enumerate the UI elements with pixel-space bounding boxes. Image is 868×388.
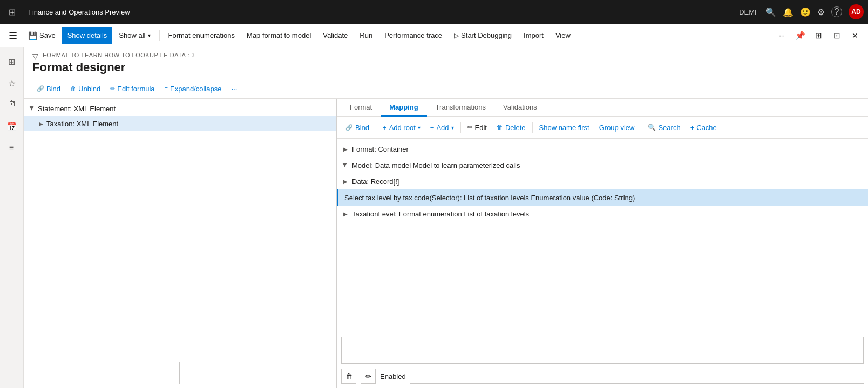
more-toolbar-button[interactable]: ··· — [227, 81, 241, 96]
page-title: Format designer — [32, 60, 859, 74]
bind-button-right[interactable]: 🔗 Bind — [341, 120, 374, 135]
run-button[interactable]: Run — [354, 27, 378, 44]
trash-icon-right: 🗑 — [497, 124, 503, 131]
link-icon-right: 🔗 — [345, 124, 353, 131]
chevron-taxation: ▶ — [37, 119, 45, 128]
face-icon[interactable]: 🙂 — [800, 7, 811, 17]
enabled-label: Enabled — [380, 372, 406, 380]
page-toolbar: 🔗 Bind 🗑 Unbind ✏ Edit formula ≡ Expand/… — [24, 79, 868, 99]
tab-transformations[interactable]: Transformations — [427, 99, 494, 117]
action-bar: ☰ 💾 Save Show details Show all ▾ Format … — [0, 24, 868, 47]
tab-validations[interactable]: Validations — [494, 99, 546, 117]
edit-formula-btn[interactable]: ✏ — [361, 369, 376, 384]
page-area: ▽ FORMAT TO LEARN HOW TO LOOKUP LE DATA … — [24, 47, 868, 388]
chevron-statement: ▶ — [28, 104, 37, 113]
view-button[interactable]: View — [550, 27, 576, 44]
map-format-button[interactable]: Map format to model — [241, 27, 316, 44]
show-name-first-button[interactable]: Show name first — [535, 120, 594, 135]
perf-trace-button[interactable]: Performance trace — [379, 27, 447, 44]
formula-input[interactable] — [341, 337, 864, 364]
show-details-button[interactable]: Show details — [62, 27, 113, 44]
rt-sep2 — [460, 122, 461, 133]
filter-icon[interactable]: ▽ — [32, 52, 38, 60]
edit-formula-button[interactable]: ✏ Edit formula — [106, 81, 159, 96]
group-view-button[interactable]: Group view — [595, 120, 639, 135]
tabs: Format Mapping Transformations Validatio… — [337, 99, 868, 117]
pin-button[interactable]: 📌 — [791, 27, 809, 44]
save-button[interactable]: 💾 Save — [23, 27, 61, 44]
nav-favorites[interactable]: ☆ — [2, 73, 22, 93]
edit-button[interactable]: ✏ Edit — [463, 120, 491, 135]
rt-label-format: Format: Container — [352, 145, 409, 153]
import-button[interactable]: Import — [518, 27, 549, 44]
enabled-input[interactable] — [410, 369, 864, 384]
delete-formula-button[interactable]: 🗑 — [341, 369, 356, 384]
bottom-controls: 🗑 ✏ Enabled — [341, 369, 864, 384]
rt-item-taxation-level[interactable]: ▶ TaxationLevel: Format enumeration List… — [337, 206, 868, 222]
tree-item-statement[interactable]: ▶ Statement: XML Element — [24, 101, 336, 116]
label-statement: Statement: XML Element — [38, 105, 116, 113]
unbind-button[interactable]: 🗑 Unbind — [66, 81, 105, 96]
gear-icon[interactable]: ⚙ — [817, 7, 825, 17]
rt-label-model: Model: Data model Model to learn paramet… — [352, 161, 520, 169]
rt-label-taxation-level: TaxationLevel: Format enumeration List o… — [352, 210, 529, 218]
main-content: ⊞ ☆ ⏱ 📅 ≡ ▽ FORMAT TO LEARN HOW TO LOOKU… — [0, 47, 868, 388]
left-nav: ⊞ ☆ ⏱ 📅 ≡ — [0, 47, 24, 388]
validate-button[interactable]: Validate — [317, 27, 353, 44]
close-button[interactable]: ✕ — [846, 27, 864, 44]
cache-button[interactable]: + Cache — [686, 120, 721, 135]
nav-modules[interactable]: ≡ — [2, 138, 22, 158]
left-panel: ▶ Statement: XML Element ▶ Taxation: XML… — [24, 99, 337, 388]
dots-button[interactable]: ··· — [774, 27, 790, 44]
hamburger-button[interactable]: ☰ — [4, 27, 22, 44]
avatar[interactable]: AD — [849, 4, 864, 19]
top-bar: ⊞ Finance and Operations Preview DEMF 🔍 … — [0, 0, 868, 24]
add-chevron: ▾ — [451, 125, 454, 131]
search-button[interactable]: 🔍 Search — [643, 120, 684, 135]
grid-icon[interactable]: ⊞ — [4, 4, 19, 19]
left-tree: ▶ Statement: XML Element ▶ Taxation: XML… — [24, 99, 336, 358]
search-icon-top[interactable]: 🔍 — [765, 7, 776, 17]
tab-mapping[interactable]: Mapping — [381, 99, 426, 117]
more-button[interactable]: ⊡ — [828, 27, 845, 44]
bell-icon[interactable]: 🔔 — [783, 7, 794, 17]
rt-sep4 — [641, 122, 641, 133]
pencil-icon-toolbar: ✏ — [110, 85, 115, 92]
chevron-format-container: ▶ — [341, 145, 350, 153]
delete-button[interactable]: 🗑 Delete — [492, 120, 530, 135]
chevron-data: ▶ — [341, 177, 350, 186]
nav-home[interactable]: ⊞ — [2, 52, 22, 71]
nav-recent[interactable]: ⏱ — [2, 95, 22, 114]
rt-item-select-tax[interactable]: Select tax level by tax code(Selector): … — [337, 189, 868, 206]
pencil-icon-right: ✏ — [467, 124, 473, 131]
help-icon[interactable]: ? — [831, 6, 842, 17]
rt-item-model[interactable]: ▶ Model: Data model Model to learn param… — [337, 157, 868, 173]
rt-label-select-tax: Select tax level by tax code(Selector): … — [344, 194, 635, 202]
top-bar-right: DEMF 🔍 🔔 🙂 ⚙ ? AD — [739, 4, 864, 19]
format-enumerations-button[interactable]: Format enumerations — [163, 27, 241, 44]
rt-item-data[interactable]: ▶ Data: Record[!] — [337, 173, 868, 189]
add-root-button[interactable]: + Add root ▾ — [378, 120, 425, 135]
panel-divider — [179, 362, 180, 384]
nav-workspaces[interactable]: 📅 — [2, 117, 22, 136]
add-button[interactable]: + Add ▾ — [426, 120, 458, 135]
tree-item-taxation[interactable]: ▶ Taxation: XML Element — [24, 116, 336, 131]
sep1 — [159, 30, 160, 41]
app-title: Finance and Operations Preview — [22, 8, 737, 16]
demf-label: DEMF — [739, 8, 759, 16]
rt-item-format[interactable]: ▶ Format: Container — [337, 141, 868, 157]
bind-button-left[interactable]: 🔗 Bind — [32, 81, 65, 96]
rt-sep3 — [532, 122, 533, 133]
split-panel: ▶ Statement: XML Element ▶ Taxation: XML… — [24, 99, 868, 388]
show-all-button[interactable]: Show all ▾ — [113, 27, 155, 44]
add-root-chevron: ▾ — [418, 125, 421, 131]
link-icon: 🔗 — [37, 85, 44, 92]
expand-button[interactable]: ⊞ — [810, 27, 827, 44]
bottom-area: 🗑 ✏ Enabled — [337, 332, 868, 388]
search-icon-right: 🔍 — [648, 124, 656, 131]
expand-collapse-button[interactable]: ≡ Expand/collapse — [160, 81, 226, 96]
start-debug-button[interactable]: ▷ Start Debugging — [449, 27, 517, 44]
right-tree: ▶ Format: Container ▶ Model: Data model … — [337, 139, 868, 332]
tab-format[interactable]: Format — [341, 99, 381, 117]
show-all-chevron: ▾ — [148, 32, 151, 38]
